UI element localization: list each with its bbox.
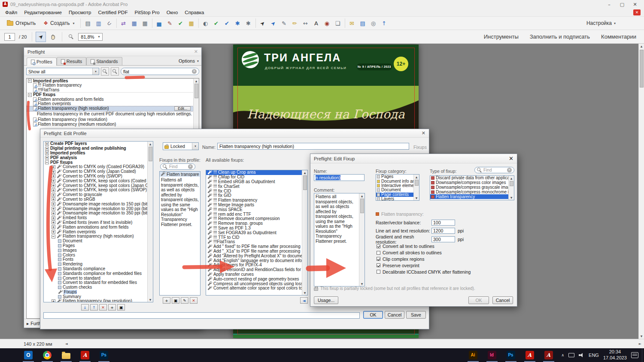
tree-item[interactable]: + Imported profiles: [44, 151, 147, 156]
comment-pen-icon[interactable]: ✎: [279, 18, 289, 28]
profile-row[interactable]: Flatten annotations and form fields: [27, 97, 193, 102]
tree-item[interactable]: + PDF analysis: [44, 155, 147, 160]
volume-icon[interactable]: [579, 353, 584, 357]
tree-item[interactable]: + Digital printing and online publishing: [44, 146, 147, 151]
profile-name-input[interactable]: Flatten transparency (high resolution): [217, 143, 409, 150]
certified-pdf-icon[interactable]: ✔: [176, 18, 186, 28]
menu-item[interactable]: Справка: [181, 10, 207, 15]
available-fixup-row[interactable]: !!! rem add enc TTF: [206, 212, 302, 217]
close-button[interactable]: ✕: [629, 2, 641, 7]
taskbar-acrobat2-icon[interactable]: A: [520, 348, 539, 362]
attach-icon[interactable]: ∪: [104, 18, 115, 28]
pitstop-actions-icon[interactable]: ⇄: [118, 18, 129, 28]
available-fixup-row[interactable]: !!! TTF to CID: [206, 235, 302, 240]
tree-item[interactable]: + Convert to CMYK, keep spot colors (Coa…: [44, 178, 147, 183]
ok-button[interactable]: OK: [363, 311, 383, 319]
show-desktop-button[interactable]: [642, 348, 644, 362]
expander-icon[interactable]: +: [52, 216, 55, 220]
scroll-up-icon[interactable]: ▲: [639, 44, 644, 49]
tree-item[interactable]: + Convert to CMYK only (Japan Coated): [44, 169, 147, 174]
taskbar-acrobat-icon[interactable]: A: [76, 348, 94, 362]
tree-item[interactable]: Convert to standard: [44, 276, 147, 281]
taskbar-indesign-icon[interactable]: Id: [483, 348, 501, 362]
available-fixup-row[interactable]: Adjust VersionID and RenditionClass fiel…: [206, 268, 302, 272]
toolbar-separator[interactable]: [345, 18, 345, 28]
show-all-select[interactable]: Show all ▾: [26, 68, 99, 75]
menu-item[interactable]: Файл: [2, 10, 21, 15]
hand-tool-button[interactable]: [48, 32, 58, 42]
tree-item[interactable]: Pages: [44, 244, 147, 248]
available-fixup-row[interactable]: Add "_X1a" to PDF file name after proces…: [206, 249, 302, 254]
tree-item[interactable]: + Downsample image resolution to 200 ppi…: [44, 206, 147, 211]
tab-profiles[interactable]: Profiles: [27, 57, 57, 66]
cancel-button[interactable]: Cancel: [385, 311, 404, 319]
list-scrollbar[interactable]: ▲▼: [508, 176, 514, 200]
object-select-icon[interactable]: ➤: [268, 18, 279, 28]
tab-results[interactable]: Results: [57, 57, 87, 65]
export-profile-button[interactable]: ↑: [90, 304, 98, 311]
fixup-type-row[interactable]: Discard private data from other applicat…: [430, 176, 508, 181]
save-button[interactable]: Save: [406, 311, 426, 319]
expander-icon[interactable]: +: [52, 193, 55, 197]
field-input[interactable]: 300: [431, 236, 455, 242]
taskbar-illustrator-icon[interactable]: Ai: [464, 348, 483, 362]
available-fixup-row[interactable]: Add "English" language entry to document…: [206, 258, 302, 263]
page-tiles-icon[interactable]: ▦: [129, 18, 140, 28]
display-icon[interactable]: [568, 353, 574, 357]
find-fixup-input[interactable]: Find ✕: [160, 163, 195, 170]
tree-item[interactable]: Convert to standard for embedded files: [44, 281, 147, 285]
find-in-profiles-button[interactable]: [111, 67, 119, 75]
expander-icon[interactable]: +: [52, 179, 55, 183]
tab-standards[interactable]: Standards: [86, 57, 122, 65]
maximize-button[interactable]: ▢: [616, 2, 629, 7]
profile-comment-input[interactable]: [43, 312, 360, 319]
menu-item[interactable]: PitStop Pro: [131, 10, 163, 15]
tree-item[interactable]: − Flatten transparency (high resolution): [44, 234, 147, 239]
tree-item[interactable]: + Downsample image resolution to 150 ppi…: [44, 202, 147, 206]
available-fixup-row[interactable]: Apply transfer curves: [206, 272, 302, 277]
duplicate-profile-button[interactable]: ▣: [117, 304, 125, 311]
comment-scrollbar[interactable]: ▲▼: [359, 193, 365, 286]
available-fixup-row[interactable]: Add "Altered by Preflight Acrobat X" to …: [206, 253, 302, 258]
tree-item[interactable]: + Flatten overprints: [44, 229, 147, 234]
fixups-gear-icon[interactable]: ✱: [233, 18, 243, 28]
checkbox-row[interactable]: Convert all text to outlines: [377, 243, 471, 250]
fixup-comment-input[interactable]: Flattens all transparent objects, as wel…: [314, 193, 365, 287]
checkbox-row[interactable]: Decalibrate ICCbased CMYK after flatteni…: [377, 268, 471, 275]
fixup-type-row[interactable]: Downsample/compress monochrome imag...: [430, 190, 508, 194]
taskbar-photoshop-icon[interactable]: Ps: [94, 348, 113, 362]
tree-item[interactable]: Standards compliance for embedded files: [44, 271, 147, 276]
delete-fixup-button[interactable]: ✕: [190, 297, 197, 304]
page-number-input[interactable]: 1: [4, 33, 15, 41]
clear-search-icon[interactable]: ✕: [188, 164, 193, 169]
edit-content-icon[interactable]: ✎: [165, 18, 175, 28]
field-input[interactable]: 1200: [431, 228, 455, 234]
profile-fixup-row[interactable]: Flatten transpare: [160, 172, 200, 177]
tree-item[interactable]: + Convert to grayscale: [44, 193, 147, 197]
checkbox[interactable]: [377, 257, 380, 261]
profile-row[interactable]: Flatten overprints: [27, 102, 193, 106]
available-fixup-row[interactable]: !!! Remove transp. groups: [206, 221, 302, 226]
options-menu[interactable]: Options ▾: [179, 58, 199, 65]
available-fixup-row[interactable]: !!! fix GID: [206, 193, 302, 198]
profile-row[interactable]: !!! Flatten transparency: [27, 83, 193, 88]
profile-row[interactable]: !!!FlatTrans: [27, 88, 193, 93]
mail-icon[interactable]: ✉: [347, 18, 357, 28]
highlight-pen-icon[interactable]: ✏: [290, 18, 300, 28]
start-button[interactable]: [0, 348, 19, 362]
horizontal-scrollbar[interactable]: ◄ ►: [65, 341, 642, 347]
expander-icon[interactable]: +: [45, 142, 49, 146]
category-row[interactable]: Document info and ...: [376, 179, 413, 183]
available-fixup-row[interactable]: !!! Remove document compression: [206, 217, 302, 221]
clock[interactable]: 20:34 17.04.2023: [603, 349, 627, 361]
tree-item[interactable]: + Convert to CMYK, keep spot colors (SWO…: [44, 188, 147, 193]
tree-item[interactable]: Images: [44, 248, 147, 253]
tree-item[interactable]: Custom checks: [44, 285, 147, 290]
scroll-right-icon[interactable]: ►: [639, 342, 641, 346]
tree-item[interactable]: + Create PDF layers: [44, 142, 147, 146]
available-fixup-row[interactable]: !!! Merge Image parts: [206, 203, 302, 208]
category-row[interactable]: Layers: [376, 197, 413, 201]
field-input[interactable]: 100: [431, 220, 455, 226]
fixup-name-input[interactable]: n resolution): [314, 174, 365, 181]
list-scrollbar[interactable]: ▲▼: [302, 170, 307, 295]
